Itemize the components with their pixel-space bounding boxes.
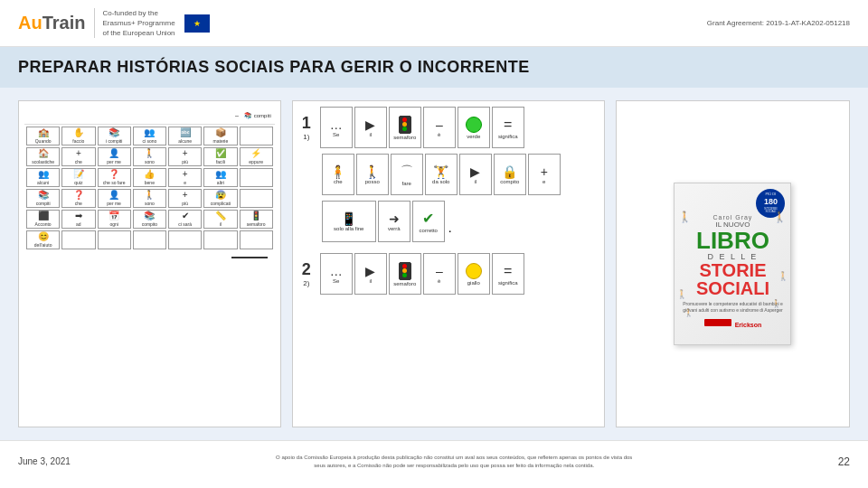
list-item: 🚶sono: [133, 189, 166, 208]
footer: June 3, 2021 O apoio da Comissão Europei…: [0, 440, 868, 482]
story-cell-compito: 🔒compito: [494, 154, 526, 195]
story-cell-verde: verde: [458, 107, 490, 148]
story-cell-il: ▶il: [354, 107, 387, 148]
header-logo: AuTrain Co-funded by the Erasmus+ Progra…: [18, 8, 210, 39]
list-item: ✅facili: [203, 147, 237, 166]
story-cell-alafine: 📱solo alla fine: [322, 201, 376, 242]
story-cell-posso: 🚶posso: [356, 154, 389, 195]
list-item: 👤per me: [98, 147, 131, 166]
list-item: ✔ci sarà: [168, 210, 202, 229]
story-cell-che: 🧍che: [322, 154, 354, 195]
list-item: 📚compiti: [26, 189, 60, 208]
left-panel: – 📚 compiti 🏫Quando ✋faccio 📚i compiti 👥…: [18, 100, 281, 427]
list-item: 📝quiz: [61, 168, 95, 187]
story-cell-dots: …Se: [320, 107, 353, 148]
list-item: 👥altri: [203, 168, 237, 187]
list-item: 👍bene: [133, 168, 166, 187]
story-number-1: 1: [298, 114, 315, 133]
grant-agreement: Grant Agreement: 2019-1-AT-KA202-051218: [707, 19, 850, 27]
book-desc: Promuovere le competenze educativi di ba…: [682, 301, 783, 313]
story-num-label-2: 2): [300, 279, 313, 287]
story-row-3: 📱solo alla fine ➜verrà ✔corretto .: [322, 201, 599, 242]
list-item: +più: [168, 189, 202, 208]
list-item: ⚡eppure: [240, 147, 273, 166]
list-item: 😰complicati: [203, 189, 237, 208]
list-item: 📦materie: [203, 127, 237, 145]
list-item: [98, 230, 131, 249]
footer-date: June 3, 2021: [18, 456, 71, 466]
list-item: [133, 230, 166, 249]
story-cell-il2: ▶il: [459, 154, 492, 195]
list-item: 👤per me: [98, 189, 131, 208]
list-item: [61, 230, 95, 249]
list-item: 🏫Quando: [26, 127, 60, 145]
story-number-2: 2: [298, 260, 315, 279]
list-item: ❓che: [61, 189, 95, 208]
list-item: [240, 127, 273, 145]
right-panel: PIÙ DI 180 STORIE SOCIALI 🚶 🚶 🚶 🚶 🚶 🚶 Ca…: [616, 100, 850, 427]
story-cell-fare: ⌒fare: [391, 154, 423, 195]
story-cell-giallo: giallo: [458, 253, 490, 295]
header: AuTrain Co-funded by the Erasmus+ Progra…: [0, 0, 868, 47]
story-cell-semaforo2: semaforo: [389, 253, 421, 295]
story-cell-significa2: =significa: [492, 253, 524, 295]
book-author: Carol Gray: [696, 214, 769, 221]
list-item: ⬛Acconto: [26, 210, 60, 229]
list-item: [240, 189, 273, 208]
list-item: +e: [168, 168, 202, 187]
story-cell-e1: –è: [423, 107, 456, 148]
list-item: [203, 230, 237, 249]
book-sociali: SOCIALI: [696, 279, 769, 297]
story-dot-1: .: [447, 221, 454, 235]
story-num-label-1: 1): [300, 133, 313, 141]
book-storie: STORIE: [696, 261, 769, 279]
autrain-brand: AuTrain: [18, 13, 85, 33]
list-item: ➡ad: [61, 210, 95, 229]
list-item: 🔤alcune: [168, 127, 202, 145]
autrain-logo: AuTrain: [18, 13, 85, 33]
list-item: ✋faccio: [61, 127, 95, 145]
middle-panel: 1 1) …Se ▶il semaforo –è: [292, 100, 605, 427]
story-cell-verra: ➜verrà: [378, 201, 410, 242]
story-cell-semaforo1: semaforo: [389, 107, 421, 148]
story-cell-dots2: …Se: [320, 253, 353, 295]
eu-flag: ★: [184, 14, 210, 33]
list-item: [240, 168, 273, 187]
list-item: 📚i compiti: [98, 127, 131, 145]
list-item: 📅ogni: [98, 210, 131, 229]
footer-page-number: 22: [838, 455, 850, 468]
eu-program-text: Co-funded by the Erasmus+ Programme of t…: [102, 8, 175, 39]
list-item: +più: [168, 147, 202, 166]
book-libro: LIBRO: [696, 229, 769, 252]
footer-disclaimer: O apoio da Comissão Europeia à produção …: [273, 454, 635, 469]
story-cell-il3: ▶il: [354, 253, 387, 295]
story-cell-e2: +e: [528, 154, 561, 195]
list-item: [168, 230, 202, 249]
story-cell-corretto: ✔corretto: [412, 201, 445, 242]
story-row-2: 🧍che 🚶posso ⌒fare 🏋da solo ▶il 🔒compito: [322, 154, 599, 195]
list-item: 👥alcuni: [26, 168, 60, 187]
title-bar: PREPARAR HISTÓRIAS SOCIAIS PARA GERIR O …: [0, 47, 868, 88]
list-item: ❓che so fare: [98, 168, 131, 187]
story-cell-e3: –è: [423, 253, 456, 295]
book-publisher: Erickson: [735, 322, 762, 328]
list-item: 🚦semaforo: [240, 210, 273, 229]
list-item: 👥ci sono: [133, 127, 166, 145]
list-item: 😊dell'aiuto: [26, 230, 60, 249]
list-item: +che: [61, 147, 95, 166]
story-cell-dasolo: 🏋da solo: [425, 154, 458, 195]
main-content: – 📚 compiti 🏫Quando ✋faccio 📚i compiti 👥…: [0, 88, 868, 440]
list-item: 🚶sono: [133, 147, 166, 166]
list-item: [240, 230, 273, 249]
book-cover: PIÙ DI 180 STORIE SOCIALI 🚶 🚶 🚶 🚶 🚶 🚶 Ca…: [674, 183, 791, 345]
list-item: 📏il: [203, 210, 237, 229]
story-cell-significa1: =significa: [492, 107, 524, 148]
page-title: PREPARAR HISTÓRIAS SOCIAIS PARA GERIR O …: [18, 58, 850, 77]
list-item: 🏠scolastiche: [26, 147, 60, 166]
story-row-1: 1 1) …Se ▶il semaforo –è: [298, 107, 599, 148]
list-item: 📚compito: [133, 210, 166, 229]
story-row-4: 2 2) …Se ▶il semaforo –è: [298, 253, 599, 295]
